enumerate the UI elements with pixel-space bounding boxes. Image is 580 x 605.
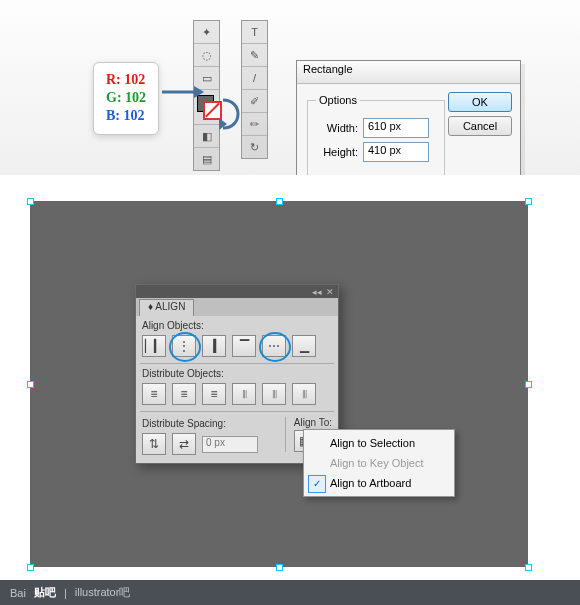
selection-handle-mr[interactable] — [525, 381, 532, 388]
cancel-button[interactable]: Cancel — [448, 116, 512, 136]
footer-watermark: Bai 贴吧 | illustrator吧 — [0, 580, 580, 605]
selection-handle-tm[interactable] — [276, 198, 283, 205]
dist-bottom-button[interactable]: ≡ — [202, 383, 226, 405]
selection-handle-ml[interactable] — [27, 381, 34, 388]
height-label: Height: — [316, 146, 358, 158]
align-vcenter-button[interactable]: ⋯ — [262, 335, 286, 357]
options-fieldset: Options Width: 610 px Height: 410 px — [307, 94, 445, 177]
tool-lasso[interactable]: ◌ — [194, 44, 219, 67]
height-input[interactable]: 410 px — [363, 142, 429, 162]
align-top-button[interactable]: ▔ — [232, 335, 256, 357]
rgb-b-label: B: — [106, 108, 120, 123]
width-input[interactable]: 610 px — [363, 118, 429, 138]
menu-align-to-key-object: Align to Key Object — [304, 453, 454, 473]
tool-magic-wand[interactable]: ✦ — [194, 21, 219, 44]
footer-brand1: Bai — [10, 587, 26, 599]
panel-tabs: ♦ ALIGN — [136, 298, 338, 316]
tool-pen[interactable]: ✎ — [242, 44, 267, 67]
loop-arrow-icon — [219, 96, 249, 138]
pointer-arrow-icon — [162, 82, 202, 102]
selection-handle-tr[interactable] — [525, 198, 532, 205]
dist-left-button[interactable]: ⫴ — [232, 383, 256, 405]
dist-spacing-h-button[interactable]: ⇄ — [172, 433, 196, 455]
rgb-g-value: 102 — [125, 90, 146, 105]
dist-hcenter-button[interactable]: ⫴ — [262, 383, 286, 405]
tool-type[interactable]: T — [242, 21, 267, 44]
rgb-r-value: 102 — [124, 72, 145, 87]
dist-vcenter-button[interactable]: ≡ — [172, 383, 196, 405]
tool-color-mode[interactable]: ◧ — [194, 125, 219, 148]
align-left-button[interactable]: ▏▎ — [142, 335, 166, 357]
dist-right-button[interactable]: ⫴ — [292, 383, 316, 405]
align-right-button[interactable]: ▕▎ — [202, 335, 226, 357]
panel-collapse-icon[interactable]: ◂◂ — [312, 287, 322, 297]
selection-handle-bm[interactable] — [276, 564, 283, 571]
align-bottom-button[interactable]: ▁ — [292, 335, 316, 357]
options-legend: Options — [316, 94, 360, 106]
align-objects-label: Align Objects: — [136, 316, 338, 333]
ok-button[interactable]: OK — [448, 92, 512, 112]
align-to-menu: Align to Selection Align to Key Object ✓… — [303, 429, 455, 497]
selection-handle-bl[interactable] — [27, 564, 34, 571]
panel-header[interactable]: ◂◂ ✕ — [136, 285, 338, 298]
rgb-readout: R: 102 G: 102 B: 102 — [93, 62, 159, 135]
tool-rotate[interactable]: ↻ — [242, 136, 267, 158]
top-illustration-area: ✦ ◌ ▭ ◧ ▤ T ✎ / ✐ ✏ ↻ R: 102 G: 102 B: 1… — [0, 0, 580, 175]
panel-close-icon[interactable]: ✕ — [326, 287, 334, 297]
tool-screen-mode[interactable]: ▤ — [194, 148, 219, 170]
dist-spacing-v-button[interactable]: ⇅ — [142, 433, 166, 455]
rgb-r-label: R: — [106, 72, 121, 87]
rgb-b-value: 102 — [124, 108, 145, 123]
rgb-g-label: G: — [106, 90, 122, 105]
footer-sep: | — [64, 587, 67, 599]
distribute-spacing-label: Distribute Spacing: — [142, 414, 275, 431]
tool-line[interactable]: / — [242, 67, 267, 90]
menu-align-to-selection[interactable]: Align to Selection — [304, 433, 454, 453]
width-label: Width: — [316, 122, 358, 134]
selection-handle-br[interactable] — [525, 564, 532, 571]
spacing-input[interactable]: 0 px — [202, 436, 258, 453]
distribute-objects-label: Distribute Objects: — [136, 364, 338, 381]
tab-align[interactable]: ♦ ALIGN — [139, 299, 194, 316]
footer-board: illustrator吧 — [75, 585, 131, 600]
dialog-title: Rectangle — [303, 63, 353, 75]
tools-secondary: T ✎ / ✐ ✏ ↻ — [241, 20, 268, 159]
dist-top-button[interactable]: ≡ — [142, 383, 166, 405]
rectangle-dialog: Rectangle Options Width: 610 px Height: … — [296, 60, 521, 192]
align-hcenter-button[interactable]: ⋮ — [172, 335, 196, 357]
footer-brand2: 贴吧 — [34, 585, 56, 600]
dialog-titlebar[interactable]: Rectangle — [297, 61, 520, 84]
selection-handle-tl[interactable] — [27, 198, 34, 205]
menu-align-to-artboard[interactable]: ✓ Align to Artboard — [304, 473, 454, 493]
check-icon: ✓ — [308, 475, 326, 493]
